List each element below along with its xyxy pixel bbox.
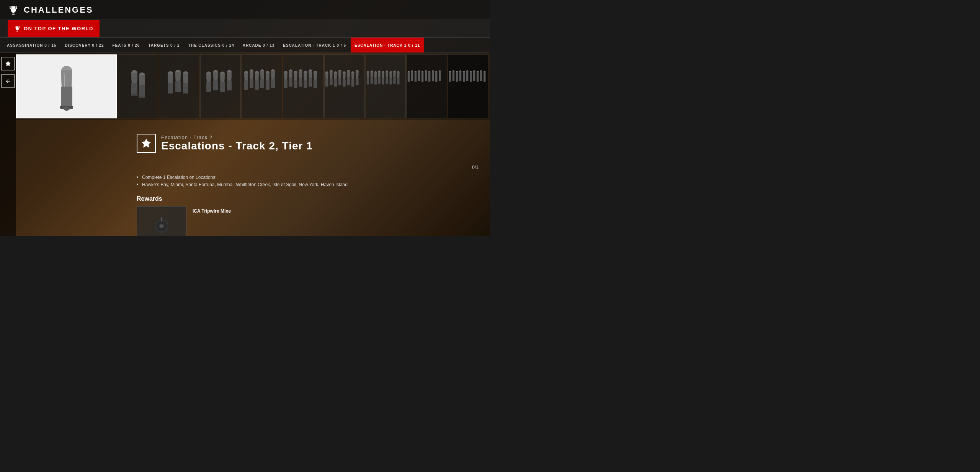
svg-rect-78 bbox=[385, 77, 388, 84]
svg-rect-56 bbox=[334, 79, 337, 87]
challenge-card-5[interactable] bbox=[242, 54, 282, 118]
bullet-4 bbox=[205, 64, 236, 108]
bullet-11 bbox=[448, 64, 488, 108]
tab-track1[interactable]: ESCALATION - TRACK 1 0 / 6 bbox=[279, 38, 350, 52]
main-content: Escalation - Track 2 Escalations - Track… bbox=[0, 53, 490, 236]
rewards-title: Rewards bbox=[137, 195, 479, 202]
svg-rect-84 bbox=[397, 78, 399, 84]
tab-classics[interactable]: THE CLASSICS 0 / 14 bbox=[185, 38, 238, 52]
svg-rect-116 bbox=[466, 71, 468, 81]
svg-rect-102 bbox=[435, 72, 437, 82]
reward-item-name: ICA Tripwire Mine bbox=[193, 208, 231, 214]
svg-rect-16 bbox=[183, 83, 188, 93]
svg-rect-104 bbox=[439, 71, 441, 81]
svg-rect-54 bbox=[330, 78, 333, 85]
challenge-card-9[interactable] bbox=[407, 54, 447, 118]
challenge-card-8[interactable] bbox=[366, 54, 406, 118]
svg-rect-2 bbox=[61, 87, 72, 108]
reward-item-card bbox=[137, 206, 186, 236]
tab-assassination[interactable]: ASSASSINATION 0 / 15 bbox=[3, 38, 60, 52]
sidebar bbox=[0, 53, 16, 236]
tab-targets[interactable]: TARGETS 0 / 2 bbox=[144, 38, 183, 52]
svg-rect-28 bbox=[250, 79, 253, 88]
svg-rect-42 bbox=[294, 80, 297, 88]
detail-spacer bbox=[16, 126, 125, 236]
bullet-large bbox=[53, 56, 80, 117]
svg-rect-98 bbox=[428, 72, 430, 82]
svg-rect-64 bbox=[351, 79, 354, 87]
tab-feats[interactable]: FEATS 0 / 26 bbox=[108, 38, 144, 52]
challenge-card-6[interactable] bbox=[283, 54, 323, 118]
campaign-tab-icon bbox=[14, 25, 21, 32]
rewards-section: Rewards bbox=[137, 195, 479, 236]
svg-rect-70 bbox=[370, 77, 372, 84]
mine-svg bbox=[152, 214, 171, 236]
svg-point-132 bbox=[160, 225, 163, 227]
challenge-card-2[interactable] bbox=[118, 54, 158, 118]
svg-rect-96 bbox=[425, 71, 427, 81]
svg-rect-120 bbox=[473, 71, 475, 81]
challenge-card-10[interactable] bbox=[448, 54, 488, 118]
svg-rect-114 bbox=[463, 72, 465, 82]
bullet-7 bbox=[283, 64, 323, 108]
challenge-card-1[interactable] bbox=[16, 54, 117, 118]
challenge-card-3[interactable] bbox=[159, 54, 199, 118]
tab-arcade[interactable]: ARCADE 0 / 13 bbox=[239, 38, 279, 52]
svg-rect-88 bbox=[411, 71, 413, 81]
svg-rect-32 bbox=[260, 79, 264, 88]
svg-rect-48 bbox=[309, 78, 312, 87]
challenge-progress: 0/1 bbox=[137, 165, 479, 170]
svg-rect-68 bbox=[366, 78, 369, 84]
cards-row bbox=[16, 53, 490, 120]
svg-rect-22 bbox=[220, 82, 225, 92]
cards-area: Escalation - Track 2 Escalations - Track… bbox=[16, 53, 490, 236]
header: CHALLENGES bbox=[0, 0, 490, 20]
challenge-titles: Escalation - Track 2 Escalations - Track… bbox=[161, 134, 313, 152]
svg-rect-24 bbox=[227, 80, 232, 90]
svg-rect-26 bbox=[244, 80, 248, 90]
svg-rect-38 bbox=[284, 80, 287, 88]
svg-rect-124 bbox=[480, 71, 482, 81]
svg-rect-50 bbox=[314, 80, 317, 88]
svg-rect-10 bbox=[139, 97, 145, 98]
svg-rect-46 bbox=[304, 80, 307, 88]
star-badge bbox=[137, 134, 156, 153]
rewards-content: ICA Tripwire Mine bbox=[137, 206, 479, 236]
svg-rect-12 bbox=[168, 83, 173, 93]
svg-rect-74 bbox=[378, 77, 380, 84]
bullet-6 bbox=[243, 64, 280, 108]
trophy-icon bbox=[8, 4, 19, 16]
page-title: CHALLENGES bbox=[24, 5, 93, 15]
challenge-card-4[interactable] bbox=[200, 54, 241, 118]
svg-rect-7 bbox=[131, 94, 138, 96]
desc-line-2: Hawke's Bay, Miami, Santa Fortuna, Mumba… bbox=[137, 181, 479, 188]
bullet-10 bbox=[407, 64, 447, 108]
svg-marker-0 bbox=[5, 61, 11, 66]
svg-rect-52 bbox=[325, 79, 328, 87]
tab-track2[interactable]: ESCALATION - TRACK 2 0 / 11 bbox=[351, 38, 424, 52]
challenge-divider bbox=[137, 160, 479, 160]
tab-discovery[interactable]: DISCOVERY 0 / 22 bbox=[61, 38, 108, 52]
svg-rect-108 bbox=[452, 71, 454, 81]
svg-rect-58 bbox=[338, 78, 341, 85]
svg-rect-82 bbox=[393, 77, 395, 84]
challenge-card-7[interactable] bbox=[324, 54, 365, 118]
svg-rect-6 bbox=[131, 83, 137, 95]
svg-rect-118 bbox=[470, 72, 472, 82]
favorite-button[interactable] bbox=[1, 57, 15, 70]
bullet-9 bbox=[366, 64, 406, 108]
svg-rect-40 bbox=[289, 78, 292, 87]
svg-point-4 bbox=[64, 107, 70, 111]
detail-panel: Escalation - Track 2 Escalations - Track… bbox=[16, 120, 490, 236]
back-button[interactable] bbox=[1, 74, 15, 88]
svg-rect-60 bbox=[343, 79, 346, 87]
svg-rect-126 bbox=[483, 72, 485, 82]
svg-rect-122 bbox=[477, 72, 479, 82]
campaign-tab[interactable]: ON TOP OF THE WORLD bbox=[8, 20, 100, 37]
svg-rect-80 bbox=[389, 78, 392, 84]
category-bar: ASSASSINATION 0 / 15 DISCOVERY 0 / 22 FE… bbox=[0, 38, 490, 53]
svg-rect-36 bbox=[271, 79, 275, 88]
desc-line-1: Complete 1 Escalation on Locations: bbox=[137, 174, 479, 181]
svg-marker-127 bbox=[142, 139, 151, 148]
svg-rect-34 bbox=[266, 80, 270, 90]
